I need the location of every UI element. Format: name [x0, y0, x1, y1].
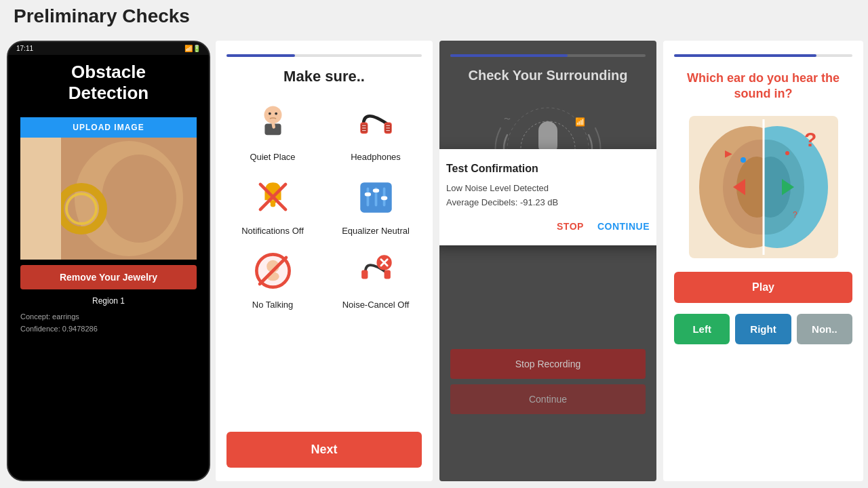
- surrounding-panel: Check Your Surrounding 📶 〜 〜 Test Confir…: [439, 41, 656, 481]
- ear-image: ? ▶ ?: [689, 116, 838, 258]
- ear-progress-fill: [674, 54, 816, 57]
- svg-rect-31: [380, 196, 387, 200]
- phone-icons: 📶🔋: [184, 45, 201, 52]
- svg-point-62: [785, 151, 789, 155]
- checklist-panel: Make sure.. Quiet Place: [216, 41, 433, 481]
- phone-concept-info: Concept: earrings Confidence: 0.9478286: [20, 311, 197, 335]
- svg-rect-5: [20, 138, 61, 260]
- phone-app-title: Obstacle Detection: [68, 62, 149, 104]
- checklist-item-notifications-off: Notifications Off: [226, 173, 319, 236]
- checklist-item-headphones: Headphones: [330, 99, 422, 162]
- ear-progress-bar: [674, 54, 852, 57]
- dialog-body: Low Noise Level Detected Average Decibel…: [446, 182, 650, 210]
- svg-point-10: [275, 112, 277, 115]
- svg-rect-36: [361, 270, 368, 279]
- svg-text:〜: 〜: [504, 115, 511, 123]
- dialog-buttons: STOP CONTINUE: [446, 221, 650, 232]
- equalizer-label: Equalizer Neutral: [342, 226, 410, 236]
- none-ear-button[interactable]: Non..: [797, 314, 852, 344]
- left-ear-button[interactable]: Left: [674, 314, 730, 344]
- test-confirmation-dialog: Test Confirmation Low Noise Level Detect…: [439, 149, 656, 245]
- notifications-off-label: Notifications Off: [241, 226, 304, 236]
- phone-time: 17:11: [16, 45, 33, 52]
- ear-split-svg: ? ▶ ?: [692, 119, 835, 255]
- headphones-icon: [352, 99, 399, 146]
- noise-cancel-off-icon: [352, 247, 399, 294]
- stop-recording-button[interactable]: Stop Recording: [450, 349, 646, 379]
- remove-jewelry-button[interactable]: Remove Your Jewelry: [20, 265, 197, 289]
- upload-image-button[interactable]: UPLOAD IMAGE: [20, 117, 197, 138]
- checklist-item-equalizer: Equalizer Neutral: [330, 173, 422, 236]
- phone-region: Region 1: [92, 296, 125, 306]
- dialog-stop-button[interactable]: STOP: [557, 221, 584, 232]
- phone-image-display: [20, 138, 197, 260]
- surrounding-title: Check Your Surrounding: [469, 68, 628, 83]
- svg-point-2: [102, 155, 176, 243]
- svg-rect-37: [384, 270, 390, 279]
- dialog-continue-button[interactable]: CONTINUE: [597, 221, 650, 232]
- svg-rect-26: [366, 187, 369, 206]
- notifications-off-icon: [249, 173, 296, 220]
- svg-point-22: [270, 201, 275, 206]
- play-button[interactable]: Play: [674, 272, 852, 303]
- svg-text:?: ?: [793, 210, 797, 220]
- noise-cancel-off-label: Noise-Cancel Off: [342, 300, 410, 310]
- equalizer-icon: [352, 173, 399, 220]
- svg-point-61: [741, 157, 746, 163]
- checklist-item-no-talking: No Talking: [226, 247, 319, 310]
- page-title: Preliminary Checks: [14, 5, 190, 27]
- surrounding-progress-fill: [450, 54, 568, 57]
- svg-rect-30: [372, 188, 378, 192]
- ear-test-panel: Which ear do you hear the sound in?: [663, 41, 863, 481]
- checklist-item-noise-cancel: Noise-Cancel Off: [330, 247, 422, 310]
- phone-status-bar: 17:11 📶🔋: [8, 42, 209, 55]
- next-button[interactable]: Next: [226, 432, 422, 468]
- no-talking-icon: [249, 247, 296, 294]
- quiet-place-icon: [249, 99, 296, 146]
- checklist-grid: Quiet Place: [226, 99, 422, 310]
- svg-text:📶: 📶: [575, 117, 585, 127]
- svg-point-9: [269, 112, 271, 115]
- checklist-title: Make sure..: [283, 68, 365, 85]
- ear-question: Which ear do you hear the sound in?: [674, 70, 852, 102]
- quiet-place-label: Quiet Place: [250, 152, 295, 162]
- checklist-progress-fill: [226, 54, 295, 57]
- continue-button[interactable]: Continue: [450, 384, 646, 414]
- surrounding-progress-bar: [450, 54, 646, 57]
- svg-text:?: ?: [804, 128, 816, 150]
- right-ear-button[interactable]: Right: [735, 314, 791, 344]
- phone-panel: 17:11 📶🔋 Obstacle Detection UPLOAD IMAGE: [7, 41, 210, 481]
- svg-rect-29: [364, 192, 370, 197]
- headphones-label: Headphones: [351, 152, 401, 162]
- earring-image-svg: [20, 138, 197, 260]
- checklist-item-quiet-place: Quiet Place: [226, 99, 319, 162]
- phone-content: Obstacle Detection UPLOAD IMAGE Remove Y…: [8, 55, 209, 481]
- ear-choice-buttons: Left Right Non..: [674, 314, 852, 344]
- checklist-progress-bar: [226, 54, 422, 57]
- dialog-title: Test Confirmation: [446, 163, 650, 175]
- no-talking-label: No Talking: [252, 300, 293, 310]
- svg-text:▶: ▶: [725, 148, 732, 159]
